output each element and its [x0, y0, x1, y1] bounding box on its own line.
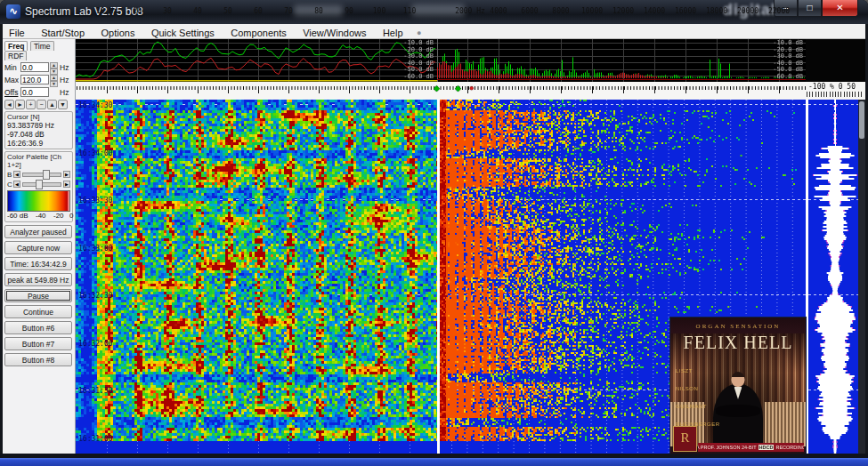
brightness-slider-row: B ◀ ▶	[7, 170, 70, 179]
contrast-slider[interactable]	[22, 182, 61, 187]
contrast-left-icon[interactable]: ◀	[13, 181, 20, 188]
axis-label: 20	[133, 7, 142, 15]
axis-label: 2000 Hz	[455, 7, 485, 15]
continue-button[interactable]: Continue	[4, 305, 72, 318]
brightness-right-icon[interactable]: ▶	[63, 171, 70, 178]
album-cover[interactable]: ORGAN SENSATION FELIX HELL LISZT NILSON …	[670, 317, 806, 454]
spectrum-graph-panel[interactable]	[76, 39, 806, 82]
axis-label: 22000	[768, 7, 790, 15]
close-button[interactable]: ✕	[822, 0, 858, 17]
button-8[interactable]: Button #8	[4, 353, 72, 366]
max-freq-input[interactable]	[20, 75, 49, 84]
palette-scale-min: -60 dB	[7, 212, 28, 220]
freq-time-rdf-tabs: Freq Time RDF	[4, 41, 75, 60]
offs-input[interactable]	[20, 87, 49, 97]
menu-help[interactable]: Help	[377, 27, 410, 38]
time-label: 16:31:30	[78, 387, 113, 395]
axis-label: 6000	[521, 7, 538, 15]
palette-scale-20: -20	[53, 212, 64, 220]
footer-text-right: RECORDING	[775, 445, 804, 450]
menu-view-windows[interactable]: View/Windows	[296, 27, 372, 38]
button-6[interactable]: Button #6	[4, 321, 72, 334]
tab-time[interactable]: Time	[30, 41, 54, 51]
cursor-time: 16:26:36.9	[7, 139, 70, 148]
db-label: -30.0 dB	[383, 52, 434, 60]
palette-scale-zero: 0	[69, 212, 73, 220]
album-title: FELIX HELL	[670, 333, 806, 353]
peak-marker-diamond-icon[interactable]: ◆	[455, 84, 461, 92]
window-title: Spectrum Lab V2.75 b08	[25, 5, 143, 18]
brightness-left-icon[interactable]: ◀	[13, 171, 20, 178]
tab-rdf[interactable]: RDF	[4, 51, 27, 60]
scroll-left-button[interactable]: ◄	[4, 100, 14, 109]
scrollbar-thumb[interactable]	[859, 101, 864, 139]
axis-label: 20000	[737, 7, 758, 15]
db-label: -50.0 dB	[383, 66, 434, 73]
waterfall-left-canvas[interactable]	[76, 100, 437, 454]
vertical-scrollbar[interactable]	[858, 100, 865, 454]
menu-quick-settings[interactable]: Quick Settings	[145, 27, 221, 38]
analyzer-paused-button[interactable]: Analyzer paused	[4, 225, 72, 238]
min-spinner[interactable]: ▲▼	[50, 62, 58, 73]
frequency-axis[interactable]	[76, 82, 806, 100]
palette-scale: -60 dB -40 -20 0	[7, 212, 70, 221]
pause-button[interactable]: Pause	[4, 289, 72, 302]
menu-options[interactable]: Options	[95, 27, 142, 38]
zoom-out-button[interactable]: −	[37, 100, 46, 109]
cursor-marker-diamond-icon[interactable]: ◆	[434, 84, 440, 92]
min-freq-input[interactable]	[20, 62, 49, 72]
corner-panel	[806, 39, 865, 82]
shift-down-button[interactable]: ▼	[58, 100, 68, 109]
contrast-right-icon[interactable]: ▶	[63, 181, 70, 188]
axis-label: 8000	[552, 7, 569, 15]
menu-start-stop[interactable]: Start/Stop	[35, 27, 91, 38]
contrast-slider-row: C ◀ ▶	[7, 180, 70, 189]
peak-display-button[interactable]: peak at 549.89 Hz	[4, 273, 72, 286]
axis-label: 40	[193, 7, 202, 15]
peak-marker-circle-icon[interactable]: ●	[469, 84, 474, 92]
footer-text-left: A PROF. JOHNSON 24-BIT	[698, 445, 757, 450]
offs-unit: Hz	[60, 88, 69, 97]
contrast-label: C	[7, 181, 13, 189]
shift-up-button[interactable]: ▲	[47, 100, 57, 109]
button-7[interactable]: Button #7	[4, 337, 72, 350]
menu-components[interactable]: Components	[224, 27, 292, 38]
cursor-level: -97.048 dB	[7, 130, 70, 139]
composer-name: GUILMANT	[676, 404, 707, 409]
capture-now-button[interactable]: Capture now	[4, 241, 72, 254]
brightness-slider[interactable]	[22, 173, 61, 177]
cursor-readout-group: Cursor [N] 93.383789 Hz -97.048 dB 16:26…	[4, 111, 73, 149]
menu-file[interactable]: File	[3, 27, 31, 38]
amplitude-scale-label: -100 % 0 50	[808, 83, 856, 91]
time-display-button[interactable]: Time: 16:34:42.9	[4, 257, 72, 270]
axis-label: 10 Hz	[96, 7, 118, 15]
db-label: -60.0 dB	[752, 73, 803, 80]
app-icon: ∿	[6, 4, 20, 19]
amplitude-panel-canvas[interactable]	[808, 100, 858, 454]
spectrum-graph-canvas[interactable]	[76, 39, 806, 82]
time-label: 16:34:30	[78, 101, 113, 109]
tab-freq[interactable]: Freq	[4, 41, 28, 51]
control-sidebar: Freq Time RDF Min ▲▼ Hz Max ▲▼ Hz Offs H…	[3, 39, 76, 454]
axis-label: 70	[284, 7, 293, 15]
scroll-right-button[interactable]: ►	[15, 100, 25, 109]
max-unit: Hz	[60, 76, 69, 84]
maximize-button[interactable]: □	[798, 0, 822, 17]
taskbar[interactable]	[0, 458, 868, 466]
small-pipes-right	[765, 402, 806, 446]
palette-gradient-bar[interactable]	[7, 190, 70, 212]
album-subtitle: ORGAN SENSATION	[670, 323, 806, 330]
axis-label: 16000	[675, 7, 696, 15]
composer-name: LISZT	[676, 368, 693, 374]
hdcd-badge: HDCD	[758, 445, 775, 450]
zoom-in-button[interactable]: +	[26, 100, 36, 109]
axis-label: 10000	[581, 7, 603, 15]
db-label: -50.0 dB	[752, 66, 803, 73]
db-label: -10.0 dB	[752, 39, 803, 46]
max-spinner[interactable]: ▲▼	[50, 75, 58, 85]
axis-label: 90	[345, 7, 353, 15]
status-dot-icon: ●	[413, 28, 421, 37]
axis-label: 4000	[490, 7, 507, 15]
time-label: 16:33:00	[78, 245, 113, 253]
amplitude-scale-ticks	[807, 92, 862, 97]
